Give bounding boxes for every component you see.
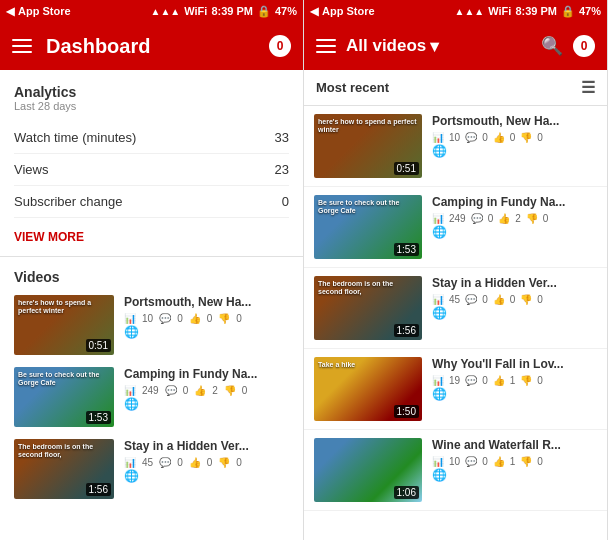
list-item[interactable]: Be sure to check out the Gorge Cafe 1:53… <box>304 187 607 268</box>
list-item[interactable]: Be sure to check out the Gorge Cafe 1:53… <box>14 367 289 427</box>
bar-chart-icon: 📊 <box>124 313 136 324</box>
thumbs-down-icon: 👎 <box>520 132 532 143</box>
globe-icon-r4: 🌐 <box>432 387 447 401</box>
list-item[interactable]: The bedroom is on the second floor, 1:56… <box>304 268 607 349</box>
v3: 45 <box>449 294 460 305</box>
v1: 10 <box>449 132 460 143</box>
filter-icon[interactable]: ☰ <box>581 78 595 97</box>
thumb-text-1: here's how to spend a perfect winter <box>18 299 110 316</box>
video-thumbnail-3: The bedroom is on the second floor, 1:56 <box>14 439 114 499</box>
d4: 0 <box>537 375 543 386</box>
right-title-2: Camping in Fundy Na... <box>432 195 597 209</box>
dashboard-title: Dashboard <box>46 35 255 58</box>
d2: 0 <box>543 213 549 224</box>
back-arrow[interactable]: ◀ <box>6 5 14 18</box>
thumbs-up-icon: 👍 <box>493 294 505 305</box>
notification-badge-left[interactable]: 0 <box>269 35 291 57</box>
back-arrow-right[interactable]: ◀ <box>310 5 318 18</box>
battery-level-right: 47% <box>579 5 601 17</box>
notification-badge-right[interactable]: 0 <box>573 35 595 57</box>
most-recent-bar: Most recent ☰ <box>304 70 607 106</box>
time-display: 8:39 PM <box>211 5 253 17</box>
dropdown-arrow-icon[interactable]: ▾ <box>430 36 439 57</box>
list-item[interactable]: here's how to spend a perfect winter 0:5… <box>304 106 607 187</box>
video-stats-2: 📊 249 💬 0 👍 2 👎 0 <box>124 385 289 396</box>
globe-icon-3: 🌐 <box>124 469 139 483</box>
right-info-4: Why You'll Fall in Lov... 📊19 💬0 👍1 👎0 🌐 <box>432 357 597 401</box>
right-thumb-1: here's how to spend a perfect winter 0:5… <box>314 114 422 178</box>
most-recent-label: Most recent <box>316 80 389 95</box>
c3: 0 <box>482 294 488 305</box>
dislikes-count-2: 0 <box>242 385 248 396</box>
likes-count-2: 2 <box>212 385 218 396</box>
d3: 0 <box>537 294 543 305</box>
right-duration-4: 1:50 <box>394 405 419 418</box>
video-info-2: Camping in Fundy Na... 📊 249 💬 0 👍 2 👎 0… <box>124 367 289 411</box>
right-title-3: Stay in a Hidden Ver... <box>432 276 597 290</box>
thumbs-up-icon: 👍 <box>189 313 201 324</box>
l3: 0 <box>510 294 516 305</box>
right-thumb-5: 1:06 <box>314 438 422 502</box>
list-item[interactable]: 1:06 Wine and Waterfall R... 📊10 💬0 👍1 👎… <box>304 430 607 511</box>
right-thumb-4: Take a hike 1:50 <box>314 357 422 421</box>
video-stats-3: 📊 45 💬 0 👍 0 👎 0 <box>124 457 289 468</box>
time-display-right: 8:39 PM <box>515 5 557 17</box>
subscriber-label: Subscriber change <box>14 194 122 209</box>
right-thumb-3: The bedroom is on the second floor, 1:56 <box>314 276 422 340</box>
right-duration-3: 1:56 <box>394 324 419 337</box>
thumbs-down-icon: 👎 <box>520 294 532 305</box>
bar-chart-icon: 📊 <box>432 132 444 143</box>
signal-icon: ▲▲▲ <box>151 6 181 17</box>
app-store-label-right: App Store <box>322 5 375 17</box>
likes-count-3: 0 <box>207 457 213 468</box>
right-stats-2: 📊249 💬0 👍2 👎0 <box>432 213 597 224</box>
right-stats-1: 📊10 💬0 👍0 👎0 <box>432 132 597 143</box>
list-item[interactable]: here's how to spend a perfect winter 0:5… <box>14 295 289 355</box>
right-duration-2: 1:53 <box>394 243 419 256</box>
right-title-1: Portsmouth, New Ha... <box>432 114 597 128</box>
video-info-3: Stay in a Hidden Ver... 📊 45 💬 0 👍 0 👎 0… <box>124 439 289 483</box>
right-info-2: Camping in Fundy Na... 📊249 💬0 👍2 👎0 🌐 <box>432 195 597 239</box>
view-more-link[interactable]: VIEW MORE <box>14 218 289 246</box>
analytics-subtitle: Last 28 days <box>14 100 289 112</box>
analytics-title: Analytics <box>14 84 289 100</box>
l5: 1 <box>510 456 516 467</box>
right-videos-list: here's how to spend a perfect winter 0:5… <box>304 106 607 540</box>
list-item[interactable]: Take a hike 1:50 Why You'll Fall in Lov.… <box>304 349 607 430</box>
watch-time-label: Watch time (minutes) <box>14 130 136 145</box>
video-duration-2: 1:53 <box>86 411 111 424</box>
comment-icon: 💬 <box>465 456 477 467</box>
wifi-icon-right: WiFi <box>488 5 511 17</box>
thumbs-up-icon: 👍 <box>498 213 510 224</box>
hamburger-menu[interactable] <box>12 39 32 53</box>
analytics-row-views: Views 23 <box>14 154 289 186</box>
bar-chart-icon: 📊 <box>432 375 444 386</box>
globe-icon-2: 🌐 <box>124 397 139 411</box>
left-panel: ◀ App Store ▲▲▲ WiFi 8:39 PM 🔒 47% Dashb… <box>0 0 304 540</box>
c5: 0 <box>482 456 488 467</box>
right-header: All videos ▾ 🔍 0 <box>304 22 607 70</box>
views-label: Views <box>14 162 48 177</box>
video-stats-1: 📊 10 💬 0 👍 0 👎 0 <box>124 313 289 324</box>
left-videos-section: Videos here's how to spend a perfect win… <box>0 257 303 540</box>
search-icon[interactable]: 🔍 <box>541 35 563 57</box>
dislikes-count-1: 0 <box>236 313 242 324</box>
thumbs-down-icon: 👎 <box>520 456 532 467</box>
d5: 0 <box>537 456 543 467</box>
signal-icon-right: ▲▲▲ <box>455 6 485 17</box>
right-info-1: Portsmouth, New Ha... 📊10 💬0 👍0 👎0 🌐 <box>432 114 597 158</box>
comments-count-2: 0 <box>183 385 189 396</box>
comment-icon: 💬 <box>465 132 477 143</box>
wifi-icon: WiFi <box>184 5 207 17</box>
views-value: 23 <box>275 162 289 177</box>
analytics-section: Analytics Last 28 days Watch time (minut… <box>0 70 303 257</box>
right-thumb-text-2: Be sure to check out the Gorge Cafe <box>318 199 418 216</box>
thumbs-down-icon: 👎 <box>520 375 532 386</box>
views-count-1: 10 <box>142 313 153 324</box>
all-videos-label: All videos <box>346 36 426 56</box>
video-duration-3: 1:56 <box>86 483 111 496</box>
right-hamburger-menu[interactable] <box>316 39 336 53</box>
l1: 0 <box>510 132 516 143</box>
list-item[interactable]: The bedroom is on the second floor, 1:56… <box>14 439 289 499</box>
right-title-4: Why You'll Fall in Lov... <box>432 357 597 371</box>
